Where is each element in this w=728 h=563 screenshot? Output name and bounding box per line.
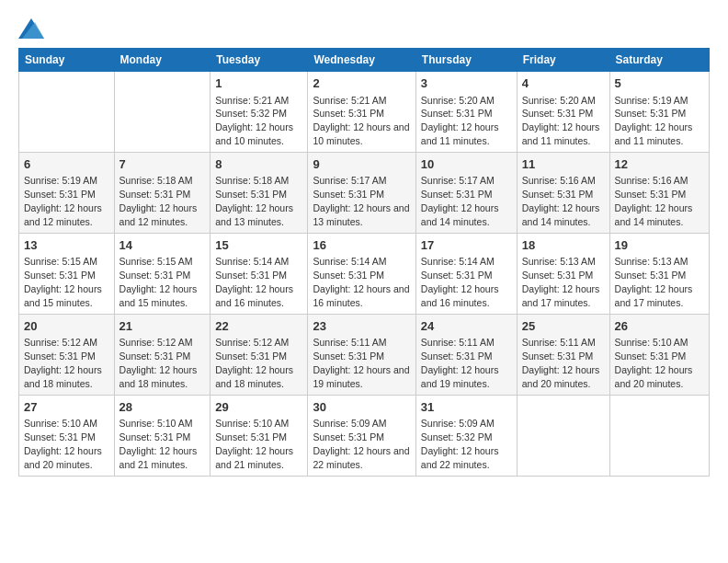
day-number: 12	[615, 156, 704, 173]
day-info: Sunrise: 5:15 AMSunset: 5:31 PMDaylight:…	[24, 256, 102, 308]
weekday-header: Thursday	[415, 49, 517, 72]
day-info: Sunrise: 5:12 AMSunset: 5:31 PMDaylight:…	[119, 337, 198, 389]
calendar-day-cell: 29Sunrise: 5:10 AMSunset: 5:31 PMDayligh…	[210, 395, 308, 476]
weekday-header: Wednesday	[308, 49, 415, 72]
day-number: 28	[119, 399, 206, 416]
day-info: Sunrise: 5:11 AMSunset: 5:31 PMDaylight:…	[313, 337, 409, 389]
day-info: Sunrise: 5:16 AMSunset: 5:31 PMDaylight:…	[522, 175, 600, 227]
day-info: Sunrise: 5:17 AMSunset: 5:31 PMDaylight:…	[421, 175, 499, 227]
day-number: 15	[215, 237, 302, 254]
day-number: 14	[119, 237, 206, 254]
day-info: Sunrise: 5:19 AMSunset: 5:31 PMDaylight:…	[24, 175, 102, 227]
day-info: Sunrise: 5:12 AMSunset: 5:31 PMDaylight:…	[24, 337, 102, 389]
calendar-day-cell	[114, 72, 210, 153]
calendar-day-cell: 28Sunrise: 5:10 AMSunset: 5:31 PMDayligh…	[114, 395, 210, 476]
calendar-day-cell: 22Sunrise: 5:12 AMSunset: 5:31 PMDayligh…	[210, 314, 308, 395]
calendar-day-cell: 24Sunrise: 5:11 AMSunset: 5:31 PMDayligh…	[415, 314, 517, 395]
day-info: Sunrise: 5:20 AMSunset: 5:31 PMDaylight:…	[522, 95, 600, 147]
calendar-day-cell: 17Sunrise: 5:14 AMSunset: 5:31 PMDayligh…	[415, 233, 517, 314]
day-info: Sunrise: 5:20 AMSunset: 5:31 PMDaylight:…	[421, 95, 499, 147]
day-info: Sunrise: 5:10 AMSunset: 5:31 PMDaylight:…	[215, 418, 293, 470]
day-info: Sunrise: 5:10 AMSunset: 5:31 PMDaylight:…	[24, 418, 102, 470]
day-number: 29	[215, 399, 302, 416]
day-info: Sunrise: 5:19 AMSunset: 5:31 PMDaylight:…	[615, 95, 693, 147]
calendar-table: SundayMondayTuesdayWednesdayThursdayFrid…	[18, 48, 710, 477]
day-info: Sunrise: 5:18 AMSunset: 5:31 PMDaylight:…	[215, 175, 293, 227]
calendar-day-cell: 13Sunrise: 5:15 AMSunset: 5:31 PMDayligh…	[19, 233, 115, 314]
day-number: 25	[522, 318, 605, 335]
calendar-day-cell: 26Sunrise: 5:10 AMSunset: 5:31 PMDayligh…	[609, 314, 709, 395]
day-number: 31	[421, 399, 512, 416]
calendar-day-cell: 16Sunrise: 5:14 AMSunset: 5:31 PMDayligh…	[308, 233, 415, 314]
day-number: 22	[215, 318, 302, 335]
day-number: 16	[313, 237, 410, 254]
day-info: Sunrise: 5:14 AMSunset: 5:31 PMDaylight:…	[215, 256, 293, 308]
calendar-day-cell: 31Sunrise: 5:09 AMSunset: 5:32 PMDayligh…	[415, 395, 517, 476]
calendar-day-cell: 1Sunrise: 5:21 AMSunset: 5:32 PMDaylight…	[210, 72, 308, 153]
calendar-day-cell: 3Sunrise: 5:20 AMSunset: 5:31 PMDaylight…	[415, 72, 517, 153]
calendar-day-cell: 10Sunrise: 5:17 AMSunset: 5:31 PMDayligh…	[415, 152, 517, 233]
day-number: 3	[421, 75, 512, 92]
calendar-day-cell: 23Sunrise: 5:11 AMSunset: 5:31 PMDayligh…	[308, 314, 415, 395]
day-info: Sunrise: 5:09 AMSunset: 5:31 PMDaylight:…	[313, 418, 409, 470]
day-number: 26	[615, 318, 704, 335]
calendar-day-cell: 21Sunrise: 5:12 AMSunset: 5:31 PMDayligh…	[114, 314, 210, 395]
calendar-day-cell	[19, 72, 115, 153]
calendar-day-cell: 12Sunrise: 5:16 AMSunset: 5:31 PMDayligh…	[609, 152, 709, 233]
day-info: Sunrise: 5:14 AMSunset: 5:31 PMDaylight:…	[421, 256, 499, 308]
day-info: Sunrise: 5:16 AMSunset: 5:31 PMDaylight:…	[615, 175, 693, 227]
day-info: Sunrise: 5:15 AMSunset: 5:31 PMDaylight:…	[119, 256, 198, 308]
day-number: 18	[522, 237, 605, 254]
day-info: Sunrise: 5:12 AMSunset: 5:31 PMDaylight:…	[215, 337, 293, 389]
day-info: Sunrise: 5:21 AMSunset: 5:31 PMDaylight:…	[313, 95, 409, 147]
calendar-day-cell: 4Sunrise: 5:20 AMSunset: 5:31 PMDaylight…	[517, 72, 609, 153]
day-number: 19	[615, 237, 704, 254]
weekday-header: Monday	[114, 49, 210, 72]
page-header	[18, 18, 710, 39]
day-number: 10	[421, 156, 512, 173]
day-info: Sunrise: 5:10 AMSunset: 5:31 PMDaylight:…	[615, 337, 693, 389]
calendar-week-row: 27Sunrise: 5:10 AMSunset: 5:31 PMDayligh…	[19, 395, 710, 476]
day-info: Sunrise: 5:18 AMSunset: 5:31 PMDaylight:…	[119, 175, 198, 227]
day-number: 4	[522, 75, 605, 92]
day-info: Sunrise: 5:11 AMSunset: 5:31 PMDaylight:…	[421, 337, 499, 389]
day-number: 24	[421, 318, 512, 335]
day-number: 9	[313, 156, 410, 173]
day-info: Sunrise: 5:10 AMSunset: 5:31 PMDaylight:…	[119, 418, 198, 470]
day-number: 23	[313, 318, 410, 335]
day-number: 21	[119, 318, 206, 335]
calendar-day-cell	[609, 395, 709, 476]
day-number: 20	[24, 318, 109, 335]
day-number: 30	[313, 399, 410, 416]
calendar-day-cell: 7Sunrise: 5:18 AMSunset: 5:31 PMDaylight…	[114, 152, 210, 233]
day-info: Sunrise: 5:09 AMSunset: 5:32 PMDaylight:…	[421, 418, 499, 470]
calendar-day-cell: 20Sunrise: 5:12 AMSunset: 5:31 PMDayligh…	[19, 314, 115, 395]
day-info: Sunrise: 5:14 AMSunset: 5:31 PMDaylight:…	[313, 256, 409, 308]
day-info: Sunrise: 5:21 AMSunset: 5:32 PMDaylight:…	[215, 95, 293, 147]
day-number: 6	[24, 156, 109, 173]
calendar-day-cell: 14Sunrise: 5:15 AMSunset: 5:31 PMDayligh…	[114, 233, 210, 314]
calendar-day-cell: 27Sunrise: 5:10 AMSunset: 5:31 PMDayligh…	[19, 395, 115, 476]
calendar-day-cell: 5Sunrise: 5:19 AMSunset: 5:31 PMDaylight…	[609, 72, 709, 153]
calendar-day-cell: 18Sunrise: 5:13 AMSunset: 5:31 PMDayligh…	[517, 233, 609, 314]
day-number: 11	[522, 156, 605, 173]
calendar-day-cell: 9Sunrise: 5:17 AMSunset: 5:31 PMDaylight…	[308, 152, 415, 233]
calendar-day-cell: 19Sunrise: 5:13 AMSunset: 5:31 PMDayligh…	[609, 233, 709, 314]
calendar-week-row: 13Sunrise: 5:15 AMSunset: 5:31 PMDayligh…	[19, 233, 710, 314]
calendar-day-cell: 8Sunrise: 5:18 AMSunset: 5:31 PMDaylight…	[210, 152, 308, 233]
calendar-day-cell: 25Sunrise: 5:11 AMSunset: 5:31 PMDayligh…	[517, 314, 609, 395]
calendar-day-cell: 2Sunrise: 5:21 AMSunset: 5:31 PMDaylight…	[308, 72, 415, 153]
day-number: 7	[119, 156, 206, 173]
calendar-week-row: 20Sunrise: 5:12 AMSunset: 5:31 PMDayligh…	[19, 314, 710, 395]
day-info: Sunrise: 5:13 AMSunset: 5:31 PMDaylight:…	[615, 256, 693, 308]
weekday-header: Friday	[517, 49, 609, 72]
day-number: 1	[215, 75, 302, 92]
weekday-header: Sunday	[19, 49, 115, 72]
logo	[18, 18, 48, 39]
logo-icon	[18, 18, 44, 39]
day-info: Sunrise: 5:13 AMSunset: 5:31 PMDaylight:…	[522, 256, 600, 308]
calendar-day-cell: 11Sunrise: 5:16 AMSunset: 5:31 PMDayligh…	[517, 152, 609, 233]
day-number: 17	[421, 237, 512, 254]
weekday-header: Saturday	[609, 49, 709, 72]
day-number: 2	[313, 75, 410, 92]
